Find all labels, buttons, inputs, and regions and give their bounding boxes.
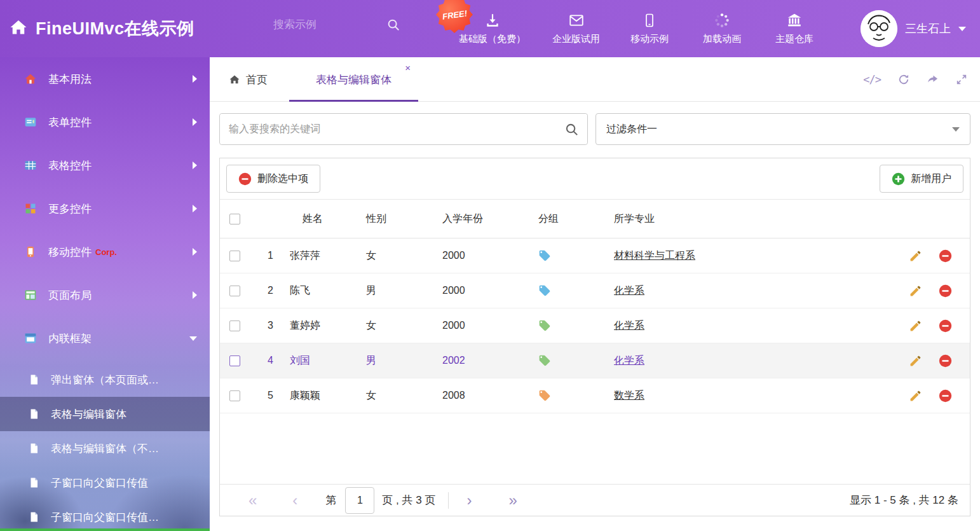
table-row[interactable]: 1 张萍萍 女 2000 材料科学与工程系 xyxy=(220,238,970,273)
sidebar-item-label: 内联框架 xyxy=(48,331,92,346)
edit-pencil-icon[interactable] xyxy=(909,249,922,263)
first-page-button[interactable]: « xyxy=(248,493,257,508)
sidebar-bottom-accent xyxy=(0,528,210,531)
major-link[interactable]: 化学系 xyxy=(614,355,644,366)
grid-toolbar: 删除选中项 新增用户 xyxy=(220,158,970,199)
table-row[interactable]: 3 董婷婷 女 2000 化学系 xyxy=(220,308,970,343)
row-checkbox[interactable] xyxy=(229,251,240,261)
file-icon xyxy=(28,443,41,454)
row-number: 5 xyxy=(248,390,283,401)
share-icon[interactable] xyxy=(927,73,939,86)
sidebar-item-grid-controls[interactable]: 表格控件 xyxy=(0,144,210,187)
sidebar-subitem-grid-edit-window[interactable]: 表格与编辑窗体 xyxy=(0,397,210,431)
file-icon xyxy=(28,477,41,488)
delete-row-icon[interactable] xyxy=(939,354,952,368)
row-checkbox[interactable] xyxy=(229,286,240,296)
download-icon xyxy=(484,12,501,29)
close-icon[interactable]: × xyxy=(405,63,411,72)
search-icon[interactable] xyxy=(386,18,400,32)
sidebar-subitem-child-to-parent[interactable]: 子窗口向父窗口传值 xyxy=(0,465,210,500)
edit-pencil-icon[interactable] xyxy=(909,389,922,403)
delete-row-icon[interactable] xyxy=(939,389,952,403)
table-row[interactable]: 5 康颖颖 女 2008 数学系 xyxy=(220,378,970,413)
next-page-button[interactable]: › xyxy=(466,493,472,508)
avatar xyxy=(861,10,897,47)
tab-bar: 首页 表格与编辑窗体 × </> xyxy=(210,57,980,102)
header-search-input[interactable] xyxy=(273,18,381,31)
nav-label: 主题仓库 xyxy=(775,33,813,45)
code-icon[interactable]: </> xyxy=(863,73,881,86)
tab-grid-edit-window[interactable]: 表格与编辑窗体 × xyxy=(289,57,418,102)
layout-icon xyxy=(24,289,38,301)
sidebar-subitem-child-to-parent-2[interactable]: 子窗口向父窗口传值… xyxy=(0,500,210,531)
sidebar-subitem-popup-window[interactable]: 弹出窗体（本页面或… xyxy=(0,362,210,397)
table-row-selected[interactable]: 4 刘国 男 2002 化学系 xyxy=(220,343,970,378)
sidebar-item-label: 表单控件 xyxy=(48,115,92,130)
row-checkbox[interactable] xyxy=(229,321,240,331)
major-link[interactable]: 化学系 xyxy=(614,285,644,296)
major-link[interactable]: 材料科学与工程系 xyxy=(614,250,695,261)
sidebar-item-mobile-controls[interactable]: 移动控件 Corp. xyxy=(0,230,210,273)
sidebar-item-more-controls[interactable]: 更多控件 xyxy=(0,187,210,230)
sidebar-item-basic-usage[interactable]: 基本用法 xyxy=(0,57,210,100)
sidebar-item-label: 表格控件 xyxy=(48,158,92,173)
row-number: 2 xyxy=(248,285,283,296)
last-page-button[interactable]: » xyxy=(508,493,517,508)
expand-icon[interactable] xyxy=(956,74,967,85)
tab-toolbar: </> xyxy=(863,57,967,102)
cell-gender: 男 xyxy=(366,284,442,298)
nav-theme-repo[interactable]: 主题仓库 xyxy=(772,12,817,45)
nav-loading-animation[interactable]: 加载动画 xyxy=(699,12,745,45)
delete-selected-button[interactable]: 删除选中项 xyxy=(226,165,320,193)
sidebar-item-label: 基本用法 xyxy=(48,72,92,86)
tag-icon xyxy=(538,389,551,402)
chevron-right-icon xyxy=(193,118,197,126)
sidebar-item-page-layout[interactable]: 页面布局 xyxy=(0,273,210,317)
nav-enterprise-trial[interactable]: 企业版试用 xyxy=(552,12,600,45)
sidebar-item-inline-frame[interactable]: 内联框架 xyxy=(0,317,210,360)
sidebar-item-label: 移动控件 xyxy=(48,245,92,259)
chevron-down-icon xyxy=(189,336,197,341)
widgets-icon xyxy=(24,202,38,215)
cell-gender: 女 xyxy=(366,249,442,263)
filter-dropdown-value: 过滤条件一 xyxy=(606,123,657,136)
edit-pencil-icon[interactable] xyxy=(909,354,922,368)
refresh-icon[interactable] xyxy=(897,73,910,86)
filter-dropdown[interactable]: 过滤条件一 xyxy=(595,113,970,145)
pagination-bar: « ‹ 第 页 , 共 3 页 › » 显示 1 - 5 条 , 共 12 条 xyxy=(220,484,970,516)
row-checkbox[interactable] xyxy=(229,390,240,401)
row-number: 4 xyxy=(248,355,283,366)
spinner-icon xyxy=(714,12,730,29)
filter-row: 过滤条件一 xyxy=(219,113,970,145)
sidebar-item-form-controls[interactable]: 表单控件 xyxy=(0,100,210,144)
page-number-input[interactable] xyxy=(345,487,374,514)
prev-page-button[interactable]: ‹ xyxy=(292,493,297,508)
header-search xyxy=(273,18,410,32)
edit-pencil-icon[interactable] xyxy=(909,319,922,333)
brand[interactable]: FineUIMvc在线示例 xyxy=(9,0,194,57)
cell-name: 陈飞 xyxy=(283,284,366,298)
major-link[interactable]: 化学系 xyxy=(614,320,644,331)
edit-pencil-icon[interactable] xyxy=(909,284,922,298)
tag-icon xyxy=(538,354,551,367)
table-row[interactable]: 2 陈飞 男 2000 化学系 xyxy=(220,273,970,308)
nav-mobile-demo[interactable]: 移动示例 xyxy=(627,12,672,45)
row-checkbox[interactable] xyxy=(229,355,240,366)
select-all-checkbox[interactable] xyxy=(229,214,240,224)
delete-row-icon[interactable] xyxy=(939,319,952,333)
phone-icon xyxy=(24,245,38,258)
delete-row-icon[interactable] xyxy=(939,284,952,298)
tab-home[interactable]: 首页 xyxy=(229,57,268,102)
chevron-down-icon xyxy=(958,27,966,31)
tag-icon xyxy=(538,249,551,262)
user-menu[interactable]: 三生石上 xyxy=(861,0,966,57)
sidebar-subitem-grid-edit-window-2[interactable]: 表格与编辑窗体（不… xyxy=(0,431,210,465)
search-icon[interactable] xyxy=(564,122,579,137)
major-link[interactable]: 数学系 xyxy=(614,390,644,401)
delete-row-icon[interactable] xyxy=(939,249,952,263)
add-user-button[interactable]: 新增用户 xyxy=(880,165,963,193)
chevron-right-icon xyxy=(193,75,197,83)
header-nav: 基础版（免费） 企业版试用 移动示例 xyxy=(459,0,817,57)
keyword-search-input[interactable] xyxy=(220,114,587,144)
cell-year: 2002 xyxy=(442,355,534,366)
